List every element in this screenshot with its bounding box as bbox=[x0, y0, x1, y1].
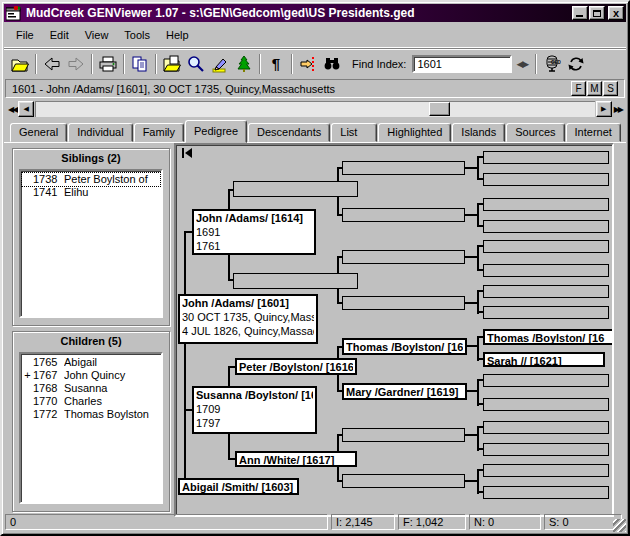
back-icon[interactable] bbox=[40, 52, 64, 76]
pedigree-connector bbox=[337, 256, 339, 273]
scroll-far-right-icon[interactable]: ▶▶ bbox=[612, 105, 624, 114]
pedigree-connector bbox=[184, 409, 192, 411]
empty-ancestor-box bbox=[483, 306, 609, 319]
person-date: 1761 bbox=[196, 239, 312, 253]
children-listbox[interactable]: 1765Abigail+1767John Quincy1768Susanna17… bbox=[19, 352, 163, 504]
spouse-button[interactable]: S bbox=[603, 81, 618, 96]
person-box-abigail-smith-1603[interactable]: Abigail /Smith/ [1603] bbox=[178, 478, 299, 495]
folder-view-icon[interactable] bbox=[160, 52, 184, 76]
list-item[interactable]: +1767John Quincy bbox=[22, 369, 160, 382]
tab-individual[interactable]: Individual bbox=[68, 123, 132, 142]
person-box-ann-white-1617[interactable]: Ann /White/ [1617] bbox=[235, 451, 357, 467]
menu-help[interactable]: Help bbox=[158, 26, 197, 44]
toolbar-separator bbox=[291, 54, 293, 74]
pedigree-connector bbox=[184, 344, 186, 479]
menu-tools[interactable]: Tools bbox=[116, 26, 158, 44]
pedigree-connector bbox=[477, 156, 479, 180]
status-families: F: 1,042 bbox=[398, 514, 466, 530]
tab-internet[interactable]: Internet bbox=[566, 123, 621, 142]
pedigree-connector bbox=[467, 390, 477, 392]
pedigree-connector bbox=[337, 214, 342, 216]
tree-icon[interactable] bbox=[232, 52, 256, 76]
list-item[interactable]: 1741Elihu bbox=[22, 186, 160, 199]
search-icon[interactable] bbox=[184, 52, 208, 76]
scroll-left-button[interactable]: ◀ bbox=[18, 101, 34, 117]
person-box-peter-boylston-1616[interactable]: Peter /Boylston/ [1616] bbox=[235, 358, 357, 375]
list-item[interactable]: 1765Abigail bbox=[22, 356, 160, 369]
list-item[interactable]: 1772Thomas Boylston bbox=[22, 408, 160, 421]
pedigree-connector bbox=[477, 269, 483, 271]
ged-mic-icon[interactable]: GED bbox=[540, 52, 564, 76]
pedigree-connector bbox=[337, 289, 339, 303]
pedigree-connector bbox=[337, 434, 339, 451]
tab-general[interactable]: General bbox=[10, 123, 67, 142]
list-item-year: 1741 bbox=[33, 186, 64, 199]
person-box-john-adams-1601[interactable]: John /Adams/ [1601]30 OCT 1735, Quincy,M… bbox=[178, 294, 318, 344]
pedigree-connector bbox=[467, 345, 477, 347]
scroll-right-button[interactable]: ▶ bbox=[596, 101, 612, 117]
list-item-year: 1767 bbox=[33, 369, 64, 382]
empty-ancestor-box bbox=[483, 151, 609, 164]
toolbar-separator bbox=[259, 54, 261, 74]
minimize-button[interactable] bbox=[572, 6, 588, 20]
pedigree-chart[interactable]: John /Adams/ [1614]16911761John /Adams/ … bbox=[174, 143, 614, 517]
empty-ancestor-box bbox=[483, 486, 609, 499]
list-item[interactable]: 1768Susanna bbox=[22, 382, 160, 395]
person-box-mary-gardner-1619[interactable]: Mary /Gardner/ [1619] bbox=[342, 383, 467, 400]
pilcrow-icon[interactable]: ¶ bbox=[264, 52, 288, 76]
edit-pencil-icon[interactable] bbox=[208, 52, 232, 76]
scroll-track[interactable] bbox=[35, 101, 594, 117]
tab-descendants[interactable]: Descendants bbox=[248, 123, 330, 142]
spin-arrows-icon[interactable]: ◀▶ bbox=[516, 59, 528, 69]
tab-sources[interactable]: Sources bbox=[506, 123, 564, 142]
tab-islands[interactable]: Islands bbox=[452, 123, 505, 142]
open-folder-icon[interactable] bbox=[8, 52, 32, 76]
list-item-name: Thomas Boylston bbox=[64, 408, 160, 421]
tab-highlighted[interactable]: Highlighted bbox=[378, 123, 451, 142]
pedigree-connector bbox=[477, 245, 479, 271]
menu-edit[interactable]: Edit bbox=[42, 26, 77, 44]
toolbar-separator bbox=[155, 54, 157, 74]
siblings-listbox[interactable]: 1738Peter Boylston of1741Elihu bbox=[19, 169, 163, 318]
menu-view[interactable]: View bbox=[77, 26, 117, 44]
close-button[interactable]: x bbox=[608, 6, 624, 20]
forward-icon[interactable] bbox=[64, 52, 88, 76]
person-box-sarah-1621[interactable]: Sarah // [1621] bbox=[483, 352, 605, 367]
titlebar[interactable]: MudCreek GENViewer 1.07 - s:\GEN\Gedcom\… bbox=[4, 4, 626, 22]
person-name: John /Adams/ [1614] bbox=[196, 211, 312, 225]
copy-icon[interactable] bbox=[128, 52, 152, 76]
empty-ancestor-box bbox=[483, 464, 609, 477]
scroll-far-left-icon[interactable]: ◀◀ bbox=[6, 105, 18, 114]
father-button[interactable]: F bbox=[571, 81, 586, 96]
scroll-thumb[interactable] bbox=[429, 102, 450, 116]
person-box-susanna-boylston[interactable]: Susanna /Boylston/ [1617091797 bbox=[192, 386, 317, 434]
menu-file[interactable]: File bbox=[8, 26, 42, 44]
pedigree-connector bbox=[477, 203, 479, 227]
print-icon[interactable] bbox=[96, 52, 120, 76]
person-box-john-adams-1614[interactable]: John /Adams/ [1614]16911761 bbox=[192, 209, 316, 255]
pedigree-connector bbox=[337, 375, 339, 391]
list-item[interactable]: 1738Peter Boylston of bbox=[22, 173, 160, 186]
person-date: 1797 bbox=[196, 416, 313, 430]
binoculars-icon[interactable] bbox=[320, 52, 344, 76]
tab-family[interactable]: Family bbox=[134, 123, 184, 142]
maximize-button[interactable] bbox=[589, 6, 605, 20]
find-index-input[interactable] bbox=[412, 55, 512, 73]
tab-list[interactable]: List bbox=[331, 123, 377, 142]
maximize-icon bbox=[593, 10, 601, 17]
person-box-thomas-boylston-g4[interactable]: Thomas /Boylston/ [16 bbox=[342, 338, 467, 355]
list-item-name: John Quincy bbox=[64, 369, 160, 382]
empty-ancestor-box bbox=[483, 240, 609, 253]
pedigree-connector bbox=[477, 491, 483, 493]
list-item-year: 1765 bbox=[33, 356, 64, 369]
resize-grip[interactable] bbox=[613, 519, 626, 532]
person-box-thomas-boylston-g5[interactable]: Thomas /Boylston/ [16 bbox=[483, 329, 614, 345]
refresh-icon[interactable] bbox=[564, 52, 588, 76]
list-item-marker bbox=[22, 173, 33, 186]
goto-hand-icon[interactable] bbox=[296, 52, 320, 76]
tab-pedigree[interactable]: Pedigree bbox=[185, 120, 247, 143]
chart-back-icon[interactable] bbox=[182, 148, 193, 158]
list-item[interactable]: 1770Charles bbox=[22, 395, 160, 408]
mother-button[interactable]: M bbox=[587, 81, 602, 96]
pedigree-connector bbox=[465, 167, 477, 169]
